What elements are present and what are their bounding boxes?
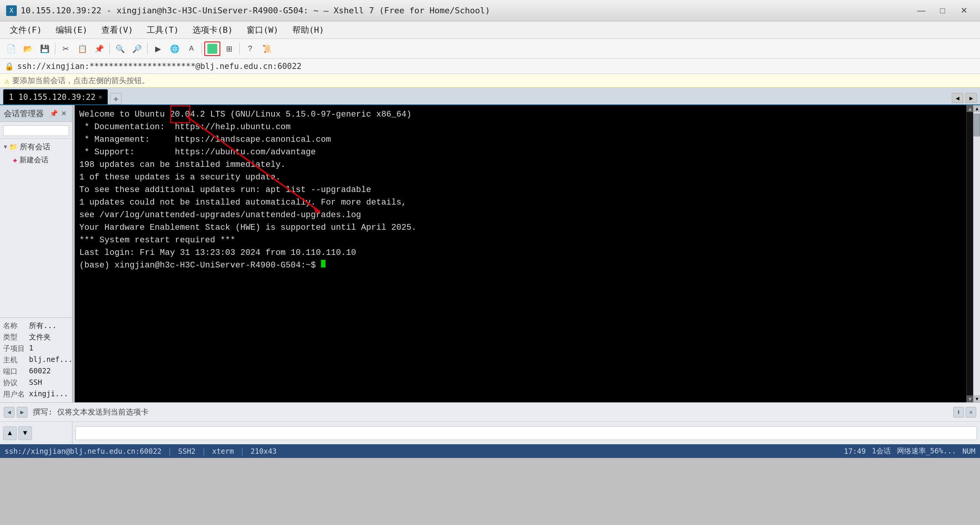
menu-help[interactable]: 帮助(H) — [285, 23, 331, 37]
terminal-line: see /var/log/unattended-upgrades/unatten… — [79, 209, 962, 221]
info-bar: ⚠ 要添加当前会话，点击左侧的箭头按钮。 — [0, 74, 980, 88]
right-scroll-down[interactable]: ▼ — [974, 395, 980, 402]
bottom-panel-text: 撰写: 仅将文本发送到当前选项卡 — [33, 407, 149, 417]
right-scroll-thumb[interactable] — [974, 114, 980, 136]
layout-button[interactable]: ⊞ — [221, 42, 237, 56]
search2-button[interactable]: 🔎 — [129, 42, 145, 56]
expand-icon: ▼ — [4, 144, 7, 150]
save-button[interactable]: 💾 — [37, 42, 53, 56]
menu-bar: 文件(F) 编辑(E) 查看(V) 工具(T) 选项卡(B) 窗口(W) 帮助(… — [0, 21, 980, 39]
terminal-line: * Documentation: https://help.ubuntu.com — [79, 121, 962, 133]
sidebar-close-button[interactable]: ✕ — [59, 109, 68, 118]
bottom-close-button[interactable]: ✕ — [966, 407, 976, 418]
close-button[interactable]: ✕ — [954, 3, 974, 19]
paste-button[interactable]: 📌 — [91, 42, 107, 56]
bottom-panel-bar: ◀ ▶ 撰写: 仅将文本发送到当前选项卡 ⬆ ✕ — [0, 402, 980, 421]
help-button[interactable]: ? — [242, 42, 258, 56]
prop-port-label: 端口 — [3, 367, 26, 376]
prop-type-label: 类型 — [3, 332, 26, 342]
address-bar: 🔒 ssh://xingjian:**********************@… — [0, 59, 980, 74]
sidebar-pin-button[interactable]: 📌 — [49, 109, 58, 118]
status-time: 17:49 — [844, 447, 866, 455]
copy-button[interactable]: 📋 — [74, 42, 90, 56]
menu-view[interactable]: 查看(V) — [95, 23, 140, 37]
tree-all-sessions[interactable]: ▼ 📁 所有会话 — [0, 140, 72, 154]
properties-panel: 名称 所有... 类型 文件夹 子项目 1 主机 blj.nef... 端口 6… — [0, 317, 72, 402]
active-tool-button[interactable] — [204, 42, 220, 56]
terminal-line: Last login: Fri May 31 13:23:03 2024 fro… — [79, 246, 962, 259]
status-term: xterm — [212, 447, 234, 455]
prop-name-value: 所有... — [29, 321, 56, 331]
cut-button[interactable]: ✂ — [58, 42, 74, 56]
right-scroll-up[interactable]: ▲ — [974, 105, 980, 112]
tab-scroll-right[interactable]: ▶ — [966, 93, 977, 103]
prop-user: 用户名 xingji... — [3, 389, 69, 400]
title-bar: X 10.155.120.39:22 - xingjian@h3c-H3C-Un… — [0, 0, 980, 21]
prop-protocol: 协议 SSH — [3, 377, 69, 389]
all-sessions-label: 所有会话 — [20, 142, 50, 152]
menu-window[interactable]: 窗口(W) — [240, 23, 285, 37]
terminal-line: Your Hardware Enablement Stack (HWE) is … — [79, 221, 962, 234]
tree-new-session[interactable]: ✚ 新建会话 — [9, 154, 72, 166]
separator-1 — [55, 43, 55, 54]
terminal-scroll-up[interactable]: ▲ — [967, 105, 974, 112]
menu-edit[interactable]: 编辑(E) — [49, 23, 95, 37]
prop-protocol-label: 协议 — [3, 378, 26, 388]
tab-session-1[interactable]: 1 10.155.120.39:22 × — [3, 89, 108, 104]
terminal-line: * Support: https://ubuntu.com/advantage — [79, 146, 962, 158]
open-button[interactable]: 📂 — [20, 42, 36, 56]
compose-down-button[interactable]: ▼ — [18, 426, 32, 440]
status-sessions: 1会话 — [872, 446, 890, 456]
folder-icon: 📁 — [9, 143, 18, 151]
tab-scroll-left[interactable]: ◀ — [952, 93, 963, 103]
script-button[interactable]: 📜 — [259, 42, 275, 56]
font-button[interactable]: A — [183, 42, 199, 56]
prop-host-value: blj.nef... — [29, 355, 72, 365]
prop-sub-value: 1 — [29, 344, 33, 354]
address-url: ssh://xingjian:**********************@bl… — [17, 62, 302, 71]
menu-tabs[interactable]: 选项卡(B) — [186, 23, 240, 37]
tab-close-button[interactable]: × — [99, 93, 103, 101]
compose-area: ▲ ▼ — [0, 421, 980, 444]
minimize-button[interactable]: — — [911, 3, 931, 19]
compose-input-area — [72, 422, 980, 444]
maximize-button[interactable]: □ — [933, 3, 953, 19]
toolbar: 📄 📂 💾 ✂ 📋 📌 🔍 🔎 ▶ 🌐 A ⊞ ? 📜 — [0, 39, 980, 59]
separator-2 — [109, 43, 110, 54]
menu-file[interactable]: 文件(F) — [3, 23, 49, 37]
globe-button[interactable]: 🌐 — [167, 42, 183, 56]
tab-add-button[interactable]: + — [110, 93, 122, 104]
menu-tools[interactable]: 工具(T) — [140, 23, 186, 37]
prop-user-label: 用户名 — [3, 389, 26, 399]
terminal-scroll-down[interactable]: ▼ — [967, 395, 974, 402]
new-session-icon: ✚ — [13, 156, 17, 164]
main-content: 会话管理器 📌 ✕ ▼ 📁 所有会话 ✚ 新建会话 — [0, 105, 980, 402]
bottom-float-button[interactable]: ⬆ — [953, 407, 964, 418]
session-tree: ▼ 📁 所有会话 ✚ 新建会话 — [0, 139, 72, 318]
bottom-expand-right[interactable]: ▶ — [17, 407, 27, 418]
terminal-scrollbar: ▲ ▼ — [966, 105, 973, 402]
prop-name: 名称 所有... — [3, 320, 69, 331]
compose-input[interactable] — [75, 426, 977, 440]
prop-name-label: 名称 — [3, 321, 26, 331]
sidebar-search-input[interactable] — [3, 125, 69, 136]
right-scroll-track — [974, 112, 980, 395]
app-icon: X — [6, 5, 17, 16]
prop-sub: 子项目 1 — [3, 343, 69, 354]
status-num: NUM — [962, 447, 975, 455]
compose-up-button[interactable]: ▲ — [3, 426, 17, 440]
prop-host: 主机 blj.nef... — [3, 354, 69, 366]
bottom-expand-left[interactable]: ◀ — [4, 407, 14, 418]
prop-type-value: 文件夹 — [29, 332, 51, 342]
prop-port: 端口 60022 — [3, 366, 69, 377]
status-path: ssh://xingjian@blj.nefu.edu.cn:60022 — [5, 447, 162, 455]
tree-sub-items: ✚ 新建会话 — [0, 154, 72, 166]
terminal-line: 1 of these updates is a security update. — [79, 171, 962, 184]
terminal-content[interactable]: Welcome to Ubuntu 20.04.2 LTS (GNU/Linux… — [75, 105, 966, 402]
connect-button[interactable]: ▶ — [150, 42, 166, 56]
prop-sub-label: 子项目 — [3, 344, 26, 354]
search-button[interactable]: 🔍 — [112, 42, 128, 56]
tab-bar: 1 10.155.120.39:22 × + ◀ ▶ — [0, 88, 980, 105]
terminal-area[interactable]: Welcome to Ubuntu 20.04.2 LTS (GNU/Linux… — [75, 105, 966, 402]
new-button[interactable]: 📄 — [3, 42, 19, 56]
